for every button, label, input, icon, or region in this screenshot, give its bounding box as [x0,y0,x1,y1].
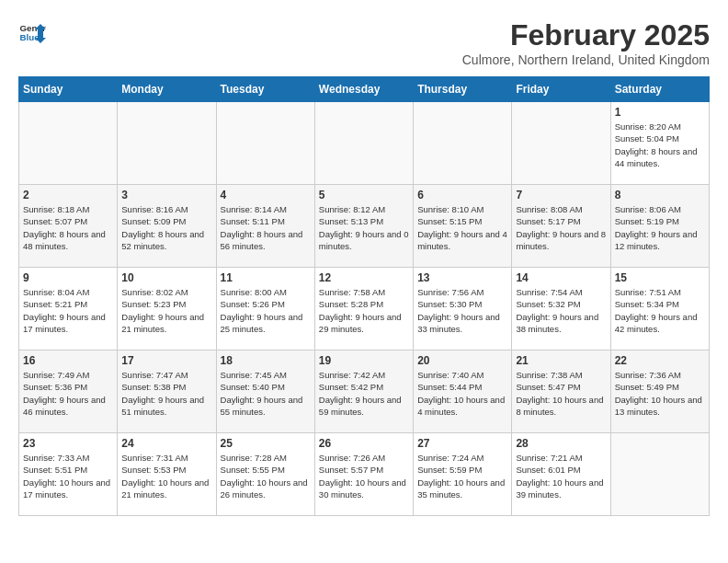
day-info: Sunrise: 8:16 AM Sunset: 5:09 PM Dayligh… [121,203,211,252]
day-number: 25 [221,437,311,450]
day-cell: 14Sunrise: 7:54 AM Sunset: 5:32 PM Dayli… [512,268,610,350]
day-number: 18 [221,354,311,367]
day-info: Sunrise: 8:02 AM Sunset: 5:23 PM Dayligh… [121,286,211,335]
day-cell [216,102,314,185]
day-number: 15 [615,271,705,284]
day-cell: 18Sunrise: 7:45 AM Sunset: 5:40 PM Dayli… [216,350,314,433]
day-cell: 16Sunrise: 7:49 AM Sunset: 5:36 PM Dayli… [19,350,118,433]
day-number: 3 [121,189,211,201]
day-info: Sunrise: 7:21 AM Sunset: 6:01 PM Dayligh… [516,452,606,500]
day-info: Sunrise: 7:58 AM Sunset: 5:28 PM Dayligh… [319,286,409,335]
day-info: Sunrise: 8:20 AM Sunset: 5:04 PM Dayligh… [615,121,705,169]
week-row-5: 23Sunrise: 7:33 AM Sunset: 5:51 PM Dayli… [19,433,710,516]
day-number: 17 [121,354,211,367]
day-number: 21 [516,354,606,367]
weekday-header-thursday: Thursday [414,77,512,102]
day-number: 13 [417,271,507,284]
day-info: Sunrise: 8:12 AM Sunset: 5:13 PM Dayligh… [319,203,409,252]
day-number: 28 [516,437,606,450]
day-cell: 4Sunrise: 8:14 AM Sunset: 5:11 PM Daylig… [216,185,314,268]
weekday-header-friday: Friday [512,77,610,102]
week-row-2: 2Sunrise: 8:18 AM Sunset: 5:07 PM Daylig… [19,185,710,268]
day-info: Sunrise: 7:42 AM Sunset: 5:42 PM Dayligh… [319,369,409,418]
day-cell: 25Sunrise: 7:28 AM Sunset: 5:55 PM Dayli… [216,433,314,516]
day-info: Sunrise: 7:31 AM Sunset: 5:53 PM Dayligh… [121,452,211,500]
day-number: 16 [23,354,113,367]
page-header: General Blue February 2025 Culmore, Nort… [18,18,710,67]
svg-text:Blue: Blue [20,32,40,42]
day-cell: 21Sunrise: 7:38 AM Sunset: 5:47 PM Dayli… [512,350,610,433]
logo-icon: General Blue [18,18,46,46]
day-number: 24 [121,437,211,450]
day-info: Sunrise: 7:40 AM Sunset: 5:44 PM Dayligh… [417,369,507,418]
day-cell: 7Sunrise: 8:08 AM Sunset: 5:17 PM Daylig… [512,185,610,268]
week-row-4: 16Sunrise: 7:49 AM Sunset: 5:36 PM Dayli… [19,350,710,433]
day-info: Sunrise: 7:56 AM Sunset: 5:30 PM Dayligh… [417,286,507,335]
day-cell [118,102,216,185]
day-cell: 9Sunrise: 8:04 AM Sunset: 5:21 PM Daylig… [19,268,118,350]
day-number: 8 [615,189,705,201]
day-cell: 1Sunrise: 8:20 AM Sunset: 5:04 PM Daylig… [610,102,709,185]
day-cell: 11Sunrise: 8:00 AM Sunset: 5:26 PM Dayli… [216,268,314,350]
logo: General Blue [18,18,46,46]
day-info: Sunrise: 8:00 AM Sunset: 5:26 PM Dayligh… [221,286,311,335]
day-cell [19,102,118,185]
day-cell: 20Sunrise: 7:40 AM Sunset: 5:44 PM Dayli… [414,350,512,433]
day-info: Sunrise: 8:06 AM Sunset: 5:19 PM Dayligh… [615,203,705,252]
day-cell: 6Sunrise: 8:10 AM Sunset: 5:15 PM Daylig… [414,185,512,268]
day-info: Sunrise: 7:26 AM Sunset: 5:57 PM Dayligh… [319,452,409,500]
day-cell [314,102,413,185]
day-number: 10 [121,271,211,284]
day-cell [512,102,610,185]
day-number: 23 [23,437,113,450]
day-cell: 22Sunrise: 7:36 AM Sunset: 5:49 PM Dayli… [610,350,709,433]
day-cell: 26Sunrise: 7:26 AM Sunset: 5:57 PM Dayli… [314,433,413,516]
day-cell: 5Sunrise: 8:12 AM Sunset: 5:13 PM Daylig… [314,185,413,268]
calendar-table: SundayMondayTuesdayWednesdayThursdayFrid… [18,76,710,516]
day-info: Sunrise: 7:28 AM Sunset: 5:55 PM Dayligh… [221,452,311,500]
day-cell: 12Sunrise: 7:58 AM Sunset: 5:28 PM Dayli… [314,268,413,350]
day-info: Sunrise: 8:18 AM Sunset: 5:07 PM Dayligh… [23,203,113,252]
day-cell: 10Sunrise: 8:02 AM Sunset: 5:23 PM Dayli… [118,268,216,350]
day-info: Sunrise: 7:51 AM Sunset: 5:34 PM Dayligh… [615,286,705,335]
week-row-1: 1Sunrise: 8:20 AM Sunset: 5:04 PM Daylig… [19,102,710,185]
weekday-header-wednesday: Wednesday [314,77,413,102]
day-info: Sunrise: 8:04 AM Sunset: 5:21 PM Dayligh… [23,286,113,335]
weekday-header-sunday: Sunday [19,77,118,102]
day-info: Sunrise: 7:45 AM Sunset: 5:40 PM Dayligh… [221,369,311,418]
day-number: 6 [417,189,507,201]
day-cell: 24Sunrise: 7:31 AM Sunset: 5:53 PM Dayli… [118,433,216,516]
weekday-header-saturday: Saturday [610,77,709,102]
location: Culmore, Northern Ireland, United Kingdo… [462,52,710,67]
day-info: Sunrise: 8:14 AM Sunset: 5:11 PM Dayligh… [221,203,311,252]
weekday-header-monday: Monday [118,77,216,102]
day-info: Sunrise: 8:08 AM Sunset: 5:17 PM Dayligh… [516,203,606,252]
day-number: 7 [516,189,606,201]
day-cell: 15Sunrise: 7:51 AM Sunset: 5:34 PM Dayli… [610,268,709,350]
day-cell: 13Sunrise: 7:56 AM Sunset: 5:30 PM Dayli… [414,268,512,350]
day-number: 1 [615,106,705,119]
day-info: Sunrise: 7:36 AM Sunset: 5:49 PM Dayligh… [615,369,705,418]
month-title: February 2025 [462,18,710,52]
day-cell [610,433,709,516]
day-number: 19 [319,354,409,367]
day-info: Sunrise: 7:54 AM Sunset: 5:32 PM Dayligh… [516,286,606,335]
day-number: 5 [319,189,409,201]
day-number: 20 [417,354,507,367]
day-cell [414,102,512,185]
day-info: Sunrise: 7:47 AM Sunset: 5:38 PM Dayligh… [121,369,211,418]
day-cell: 23Sunrise: 7:33 AM Sunset: 5:51 PM Dayli… [19,433,118,516]
day-number: 11 [221,271,311,284]
week-row-3: 9Sunrise: 8:04 AM Sunset: 5:21 PM Daylig… [19,268,710,350]
weekday-header-row: SundayMondayTuesdayWednesdayThursdayFrid… [19,77,710,102]
day-info: Sunrise: 7:33 AM Sunset: 5:51 PM Dayligh… [23,452,113,500]
day-info: Sunrise: 7:24 AM Sunset: 5:59 PM Dayligh… [417,452,507,500]
day-cell: 2Sunrise: 8:18 AM Sunset: 5:07 PM Daylig… [19,185,118,268]
weekday-header-tuesday: Tuesday [216,77,314,102]
day-number: 4 [221,189,311,201]
day-number: 2 [23,189,113,201]
day-cell: 27Sunrise: 7:24 AM Sunset: 5:59 PM Dayli… [414,433,512,516]
day-number: 27 [417,437,507,450]
day-number: 26 [319,437,409,450]
day-cell: 3Sunrise: 8:16 AM Sunset: 5:09 PM Daylig… [118,185,216,268]
